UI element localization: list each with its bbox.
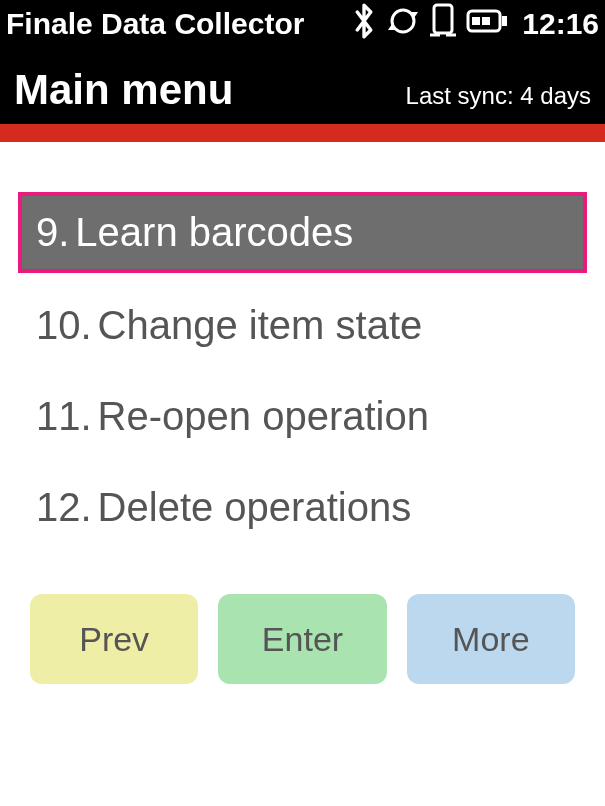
enter-button[interactable]: Enter bbox=[218, 594, 386, 684]
clock: 12:16 bbox=[522, 7, 599, 41]
battery-icon bbox=[466, 7, 508, 42]
svg-rect-5 bbox=[502, 16, 507, 26]
last-sync-label: Last sync: 4 days bbox=[406, 82, 591, 114]
menu-item-label: Change item state bbox=[98, 303, 423, 347]
accent-strip bbox=[0, 124, 605, 142]
header: Main menu Last sync: 4 days bbox=[0, 48, 605, 124]
page-title: Main menu bbox=[14, 66, 406, 114]
menu-list: 9.Learn barcodes 10.Change item state 11… bbox=[0, 142, 605, 580]
bluetooth-icon bbox=[350, 3, 378, 46]
menu-item-learn-barcodes[interactable]: 9.Learn barcodes bbox=[18, 192, 587, 273]
more-button[interactable]: More bbox=[407, 594, 575, 684]
svg-rect-1 bbox=[434, 5, 452, 33]
svg-point-0 bbox=[392, 10, 414, 32]
menu-item-num: 11. bbox=[36, 394, 92, 438]
menu-item-delete-operations[interactable]: 12.Delete operations bbox=[18, 469, 587, 546]
app-title: Finale Data Collector bbox=[6, 7, 350, 41]
menu-item-reopen-operation[interactable]: 11.Re-open operation bbox=[18, 378, 587, 455]
svg-rect-7 bbox=[482, 17, 490, 25]
sync-icon bbox=[386, 4, 420, 45]
prev-button[interactable]: Prev bbox=[30, 594, 198, 684]
menu-item-label: Re-open operation bbox=[98, 394, 429, 438]
menu-item-change-item-state[interactable]: 10.Change item state bbox=[18, 287, 587, 364]
device-icon bbox=[428, 3, 458, 46]
menu-item-num: 12. bbox=[36, 485, 92, 529]
svg-rect-6 bbox=[472, 17, 480, 25]
status-bar: Finale Data Collector bbox=[0, 0, 605, 48]
menu-item-num: 9. bbox=[36, 210, 69, 254]
menu-item-label: Delete operations bbox=[98, 485, 412, 529]
menu-item-label: Learn barcodes bbox=[75, 210, 353, 254]
menu-item-num: 10. bbox=[36, 303, 92, 347]
soft-button-row: Prev Enter More bbox=[0, 580, 605, 694]
status-icons: 12:16 bbox=[350, 3, 599, 46]
